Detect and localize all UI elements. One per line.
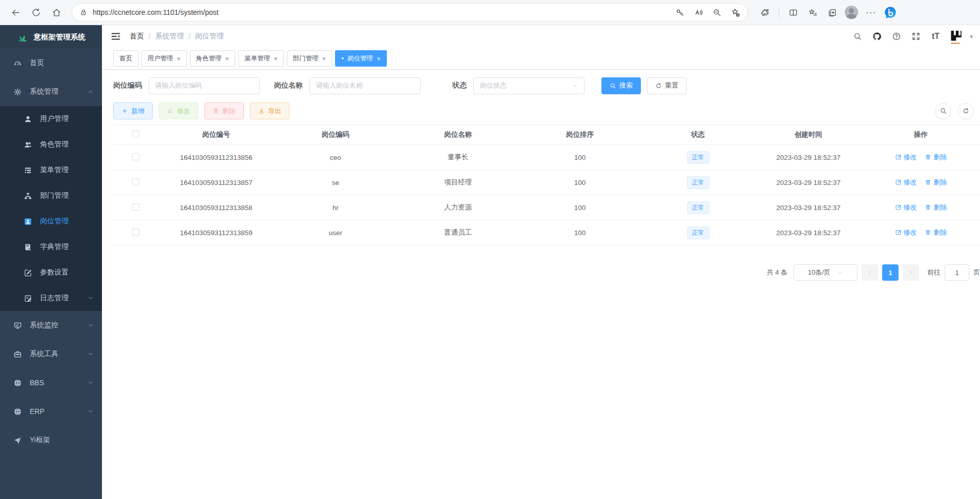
sidebar-item-dict-mgmt[interactable]: 字典管理 xyxy=(0,234,102,260)
user-menu-caret-icon[interactable]: ▾ xyxy=(970,33,973,40)
refresh-icon[interactable] xyxy=(26,4,46,21)
row-delete-button[interactable]: 删除 xyxy=(925,228,947,237)
page-number-button[interactable]: 1 xyxy=(882,264,899,281)
delete-button[interactable]: 删除 xyxy=(204,102,244,119)
sidebar-item-home[interactable]: 首页 xyxy=(0,49,102,77)
back-icon[interactable] xyxy=(5,4,26,21)
row-edit-button[interactable]: 修改 xyxy=(895,178,917,187)
lock-icon xyxy=(79,8,88,16)
zoom-out-icon[interactable] xyxy=(707,5,726,20)
tab-post-mgmt[interactable]: ●岗位管理× xyxy=(335,50,386,67)
row-checkbox[interactable] xyxy=(132,153,139,160)
sidebar-item-system-tools[interactable]: 系统工具 xyxy=(0,340,102,368)
cell-post-id: 1641030593112313859 xyxy=(158,220,274,245)
row-checkbox[interactable] xyxy=(132,178,139,185)
help-icon[interactable] xyxy=(889,29,904,44)
close-icon[interactable]: × xyxy=(225,55,230,63)
row-checkbox[interactable] xyxy=(132,203,139,211)
edit-icon xyxy=(895,154,902,160)
add-button[interactable]: 新增 xyxy=(113,102,153,119)
breadcrumb: 首页 / 系统管理 / 岗位管理 xyxy=(130,32,224,41)
favorites-bar-icon[interactable] xyxy=(803,4,822,21)
row-delete-button[interactable]: 删除 xyxy=(925,203,947,212)
post-code-input[interactable]: 请输入岗位编码 xyxy=(149,77,260,94)
edit-button[interactable]: 修改 xyxy=(159,102,198,119)
font-size-icon[interactable]: tT xyxy=(928,29,943,44)
add-favorite-icon[interactable] xyxy=(726,5,744,20)
row-checkbox[interactable] xyxy=(132,228,139,236)
sidebar-item-post-mgmt[interactable]: 岗位管理 xyxy=(0,209,102,234)
col-post-name: 岗位名称 xyxy=(397,125,519,145)
trash-icon xyxy=(925,229,931,236)
row-edit-button[interactable]: 修改 xyxy=(895,228,917,237)
collections-icon[interactable] xyxy=(822,4,842,21)
tab-user-mgmt[interactable]: 用户管理× xyxy=(141,50,187,67)
split-screen-icon[interactable] xyxy=(783,4,803,21)
show-search-toggle-button[interactable] xyxy=(935,103,951,119)
sidebar-item-system-mgmt[interactable]: 系统管理 xyxy=(0,77,102,106)
sidebar-item-yi-framework[interactable]: Yi框架 xyxy=(0,426,102,454)
sidebar-item-label: 用户管理 xyxy=(40,114,69,123)
close-icon[interactable]: × xyxy=(177,55,181,63)
search-button[interactable]: 搜索 xyxy=(601,77,641,94)
sidebar-item-param-settings[interactable]: 参数设置 xyxy=(0,260,102,285)
header-search-icon[interactable] xyxy=(850,29,865,44)
browser-menu-icon[interactable]: ··· xyxy=(861,4,881,21)
row-delete-button[interactable]: 删除 xyxy=(925,178,947,187)
sidebar-item-system-monitor[interactable]: 系统监控 xyxy=(0,311,102,340)
users-icon xyxy=(23,139,33,150)
close-icon[interactable]: × xyxy=(377,55,381,63)
goto-page-input[interactable] xyxy=(945,264,969,281)
tab-role-mgmt[interactable]: 角色管理× xyxy=(190,50,236,67)
globe-icon xyxy=(12,406,23,417)
fullscreen-icon[interactable] xyxy=(908,29,924,44)
row-delete-button[interactable]: 删除 xyxy=(925,153,947,162)
home-icon[interactable] xyxy=(46,4,67,21)
close-icon[interactable]: × xyxy=(322,55,326,63)
browser-chrome: https://ccnetcore.com:1101/system/post ·… xyxy=(0,0,980,25)
sidebar-item-bbs[interactable]: BBS xyxy=(0,368,102,397)
reset-button[interactable]: 重置 xyxy=(647,77,686,94)
github-icon[interactable] xyxy=(869,29,885,44)
post-name-label: 岗位名称 xyxy=(274,81,303,90)
breadcrumb-home[interactable]: 首页 xyxy=(130,32,144,41)
sidebar-item-log-mgmt[interactable]: 日志管理 xyxy=(0,285,102,311)
table-refresh-button[interactable] xyxy=(957,103,974,119)
tab-menu-mgmt[interactable]: 菜单管理× xyxy=(238,50,284,67)
status-placeholder: 岗位状态 xyxy=(480,81,507,90)
password-key-icon[interactable] xyxy=(671,5,689,20)
sidebar-fold-icon[interactable] xyxy=(110,31,121,42)
row-edit-button[interactable]: 修改 xyxy=(895,153,917,162)
sidebar-item-dept-mgmt[interactable]: 部门管理 xyxy=(0,183,102,209)
sidebar-item-erp[interactable]: ERP xyxy=(0,397,102,426)
sidebar-item-label: 菜单管理 xyxy=(40,165,69,175)
tab-dept-mgmt[interactable]: 部门管理× xyxy=(287,50,332,67)
table-row: 1641030593112313858 hr 人力资源 100 正常 2023-… xyxy=(113,195,980,220)
sidebar-item-label: ERP xyxy=(30,407,45,415)
extensions-icon[interactable] xyxy=(755,4,775,21)
tab-home[interactable]: 首页 xyxy=(113,50,138,67)
post-name-input[interactable]: 请输入岗位名称 xyxy=(309,77,421,94)
status-badge: 正常 xyxy=(687,176,710,189)
next-page-button[interactable] xyxy=(903,264,919,281)
sidebar-item-role-mgmt[interactable]: 角色管理 xyxy=(0,132,102,157)
read-aloud-icon[interactable] xyxy=(689,5,707,20)
profile-avatar[interactable] xyxy=(842,4,861,21)
copilot-icon[interactable] xyxy=(881,4,900,21)
sidebar-item-menu-mgmt[interactable]: 菜单管理 xyxy=(0,157,102,183)
export-button[interactable]: 导出 xyxy=(250,102,289,119)
sidebar-item-user-mgmt[interactable]: 用户管理 xyxy=(0,106,102,132)
status-badge: 正常 xyxy=(687,151,710,164)
address-bar[interactable]: https://ccnetcore.com:1101/system/post xyxy=(72,3,748,22)
reset-button-label: 重置 xyxy=(665,81,678,90)
select-all-checkbox[interactable] xyxy=(132,131,139,138)
status-select[interactable]: 岗位状态 xyxy=(473,77,585,94)
url-text[interactable]: https://ccnetcore.com:1101/system/post xyxy=(93,8,671,16)
close-icon[interactable]: × xyxy=(274,55,278,63)
user-avatar-logo[interactable] xyxy=(947,27,966,46)
cell-post-code: ceo xyxy=(274,145,397,170)
cell-post-sort: 100 xyxy=(519,195,641,220)
prev-page-button[interactable] xyxy=(862,264,878,281)
page-size-select[interactable]: 10条/页 xyxy=(794,264,858,281)
row-edit-button[interactable]: 修改 xyxy=(895,203,917,212)
